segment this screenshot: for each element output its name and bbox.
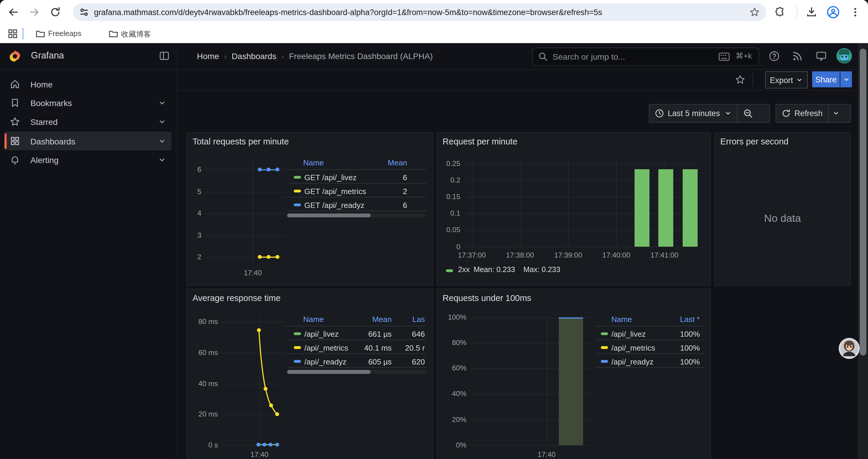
- legend-header-last[interactable]: Las: [397, 315, 425, 323]
- chevron-down-icon[interactable]: [158, 99, 166, 107]
- legend-header-last[interactable]: Last *: [652, 315, 700, 323]
- active-indicator: [4, 133, 6, 149]
- panel-requests-under-100ms: Requests under 100ms 100% 80% 60% 40% 20…: [436, 289, 711, 459]
- folder-icon[interactable]: [108, 29, 119, 39]
- search-input[interactable]: [552, 49, 692, 65]
- keyboard-icon: [718, 53, 730, 61]
- breadcrumb-home[interactable]: Home: [197, 52, 219, 61]
- export-button[interactable]: Export: [765, 71, 808, 89]
- legend-header-name[interactable]: Name: [303, 315, 324, 323]
- bookmark-item[interactable]: Freeleaps: [48, 29, 81, 37]
- legend-series-name[interactable]: /api/_readyz: [304, 357, 346, 366]
- refresh-interval-dropdown[interactable]: [828, 104, 843, 122]
- panel-title[interactable]: Total requests per minute: [193, 136, 289, 146]
- bar-2xx: [634, 169, 650, 247]
- news-rss-icon[interactable]: [792, 51, 803, 61]
- chevron-down-icon[interactable]: [158, 156, 166, 164]
- refresh-button[interactable]: Refresh: [776, 104, 828, 122]
- folder-icon[interactable]: [35, 29, 45, 39]
- legend-series-name[interactable]: GET /api/_livez: [304, 173, 356, 182]
- panel-title[interactable]: Requests under 100ms: [442, 293, 531, 303]
- y-tick: 60%: [437, 364, 466, 372]
- legend-header-name[interactable]: Name: [611, 315, 632, 323]
- y-tick: 0.25: [437, 160, 460, 167]
- legend-series-name[interactable]: /api/_readyz: [611, 357, 653, 366]
- share-label: Share: [815, 75, 836, 84]
- chevron-down-icon[interactable]: [158, 118, 166, 126]
- legend-series-last: 646: [386, 330, 425, 338]
- series-swatch: [601, 332, 608, 335]
- no-data-message: No data: [715, 212, 850, 225]
- site-settings-icon[interactable]: [79, 7, 89, 17]
- y-tick: 40%: [437, 390, 466, 398]
- sidebar-item-alerting[interactable]: Alerting: [4, 150, 172, 169]
- panel-average-response-time: Average response time 80 ms 60 ms 40 ms …: [186, 289, 433, 459]
- bookmark-star-icon[interactable]: [749, 7, 760, 17]
- legend-scrollbar[interactable]: [287, 214, 426, 218]
- forward-icon[interactable]: [29, 6, 39, 18]
- url-bar[interactable]: grafana.mathmast.com/d/deytv4rwavabkb/fr…: [73, 3, 766, 21]
- breadcrumb-current: Freeleaps Metrics Dashboard (ALPHA): [289, 52, 433, 61]
- scrollbar-thumb[interactable]: [860, 49, 866, 356]
- kiosk-monitor-icon[interactable]: [816, 51, 827, 61]
- dashboards-icon: [10, 136, 20, 146]
- browser-toolbar: grafana.mathmast.com/d/deytv4rwavabkb/fr…: [0, 0, 868, 24]
- panel-title[interactable]: Errors per second: [720, 136, 788, 146]
- legend-series-name[interactable]: /api/_metrics: [611, 343, 655, 352]
- breadcrumb-dashboards[interactable]: Dashboards: [231, 52, 276, 61]
- dashboard-actions-bar: Export Share: [176, 69, 868, 91]
- legend-header-mean[interactable]: Mean: [370, 158, 407, 167]
- sidebar-item-dashboards[interactable]: Dashboards: [4, 132, 172, 151]
- legend-mean: Mean: 0.233: [473, 266, 515, 274]
- reload-icon[interactable]: [50, 6, 61, 18]
- chevron-down-icon[interactable]: [158, 137, 166, 145]
- zoom-out-button[interactable]: [737, 104, 759, 122]
- floating-assistant-avatar[interactable]: [839, 338, 860, 359]
- user-avatar[interactable]: [836, 48, 852, 64]
- legend-series-name[interactable]: /api/_livez: [611, 330, 646, 338]
- url-text[interactable]: grafana.mathmast.com/d/deytv4rwavabkb/fr…: [94, 3, 741, 21]
- favorite-star-icon[interactable]: [735, 75, 745, 85]
- page-scrollbar[interactable]: [858, 43, 868, 459]
- sidebar-item-home[interactable]: Home: [4, 75, 172, 94]
- sidebar-item-bookmarks[interactable]: Bookmarks: [4, 93, 172, 112]
- bookmarks-bar: Freeleaps 收藏博客: [0, 24, 868, 44]
- x-tick: 17:39:00: [549, 252, 588, 259]
- legend-series-name[interactable]: GET /api/_metrics: [304, 187, 366, 196]
- breadcrumb: Home › Dashboards › Freeleaps Metrics Da…: [197, 43, 433, 69]
- legend-series-name[interactable]: /api/_livez: [304, 330, 339, 338]
- share-dropdown-button[interactable]: [840, 71, 852, 88]
- legend-series-name[interactable]: GET /api/_readyz: [304, 201, 365, 210]
- apps-grid-icon[interactable]: [8, 29, 18, 39]
- back-icon[interactable]: [8, 6, 19, 18]
- extensions-icon[interactable]: [775, 6, 785, 18]
- x-tick: 17:40: [236, 269, 270, 277]
- x-tick: 17:40: [530, 451, 563, 458]
- time-range-picker[interactable]: Last 5 minutes: [649, 104, 737, 122]
- legend-series-mean: 6: [370, 173, 407, 182]
- legend-series-name[interactable]: /api/_metrics: [304, 343, 348, 352]
- series-swatch: [601, 360, 608, 363]
- help-icon[interactable]: [769, 51, 780, 61]
- legend-scrollbar[interactable]: [287, 370, 426, 374]
- profile-icon[interactable]: [827, 6, 840, 19]
- y-tick: 4: [187, 210, 202, 218]
- breadcrumb-separator: ›: [281, 52, 284, 61]
- refresh-group: Refresh: [776, 104, 851, 123]
- search-box[interactable]: ⌘+k: [532, 47, 759, 66]
- panel-title[interactable]: Request per minute: [442, 136, 517, 146]
- time-range-group: Last 5 minutes: [649, 104, 770, 123]
- legend-series-name[interactable]: 2xx: [458, 266, 469, 274]
- toolbar-divider: [797, 6, 797, 18]
- sidebar-item-starred[interactable]: Starred: [4, 112, 172, 131]
- legend-header-mean[interactable]: Mean: [353, 315, 392, 323]
- legend-header-name[interactable]: Name: [303, 158, 324, 167]
- search-shortcut: ⌘+k: [736, 52, 752, 60]
- y-tick: 0.05: [437, 226, 460, 234]
- share-button[interactable]: Share: [812, 71, 840, 88]
- legend-series-last: 100%: [652, 343, 700, 352]
- bookmark-item[interactable]: 收藏博客: [121, 29, 151, 39]
- y-tick: 6: [187, 166, 202, 174]
- menu-icon[interactable]: [850, 6, 860, 18]
- download-icon[interactable]: [805, 6, 817, 18]
